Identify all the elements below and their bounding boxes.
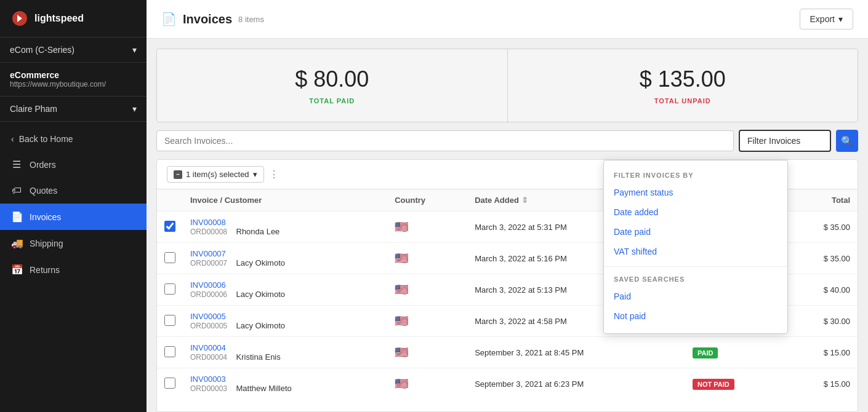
platform-label: eCom (C-Series): [10, 45, 74, 55]
filter-section-title: FILTER INVOICES BY: [604, 168, 787, 183]
date-added-cell: September 3, 2021 at 6:23 PM: [467, 368, 685, 400]
page-header: 📄 Invoices 8 items Export ▾: [147, 0, 868, 39]
dropdown-divider: [604, 266, 787, 267]
user-dropdown[interactable]: Claire Pham ▾: [0, 97, 147, 122]
order-ref: ORD00005: [190, 322, 227, 330]
export-button[interactable]: Export ▾: [800, 9, 853, 30]
country-cell: 🇺🇸: [387, 274, 467, 306]
status-cell: NOT PAID: [685, 368, 784, 400]
order-ref: ORD00007: [190, 259, 227, 267]
invoice-link[interactable]: INV00003: [190, 374, 226, 384]
order-ref: ORD00008: [190, 228, 227, 236]
filter-item-vat-shifted[interactable]: VAT shifted: [604, 242, 787, 261]
total-paid-label: TOTAL PAID: [169, 97, 495, 105]
total-unpaid-card: $ 135.00 TOTAL UNPAID: [508, 49, 858, 122]
customer-name: Lacy Okimoto: [236, 290, 285, 299]
sidebar-item-returns[interactable]: 📅 Returns: [0, 256, 147, 283]
invoice-link[interactable]: INV00008: [190, 218, 226, 227]
filter-invoices-select[interactable]: Filter Invoices: [739, 130, 831, 152]
invoices-header-icon: 📄: [161, 12, 177, 26]
search-input[interactable]: [156, 130, 734, 151]
status-cell: PAID: [685, 337, 784, 368]
filter-dropdown: FILTER INVOICES BY Payment status Date a…: [603, 160, 788, 334]
row-checkbox[interactable]: [164, 283, 175, 295]
country-cell: 🇺🇸: [387, 368, 467, 400]
row-checkbox[interactable]: [164, 378, 175, 389]
sidebar-item-label: Shipping: [30, 239, 63, 248]
logo-text: lightspeed: [34, 13, 84, 24]
country-flag: 🇺🇸: [395, 346, 408, 359]
row-checkbox[interactable]: [164, 221, 175, 232]
store-info: eCommerce https://www.myboutique.com/: [0, 63, 147, 97]
filter-item-payment-status[interactable]: Payment status: [604, 183, 787, 202]
platform-dropdown[interactable]: eCom (C-Series) ▾: [0, 38, 147, 63]
bulk-action-icon: ⋮: [269, 168, 279, 180]
total-cell: $ 35.00: [784, 212, 858, 243]
shipping-icon: 🚚: [11, 237, 22, 249]
total-cell: $ 30.00: [784, 306, 858, 337]
sidebar-item-quotes[interactable]: 🏷 Quotes: [0, 178, 147, 204]
invoice-link[interactable]: INV00005: [190, 312, 226, 321]
total-paid-amount: $ 80.00: [169, 66, 495, 92]
row-checkbox[interactable]: [164, 252, 175, 263]
orders-icon: ☰: [11, 159, 22, 170]
export-chevron-icon: ▾: [838, 14, 843, 24]
country-flag: 🇺🇸: [395, 315, 408, 327]
sidebar-item-label: Returns: [30, 265, 60, 275]
user-chevron-icon: ▾: [132, 104, 137, 114]
table-row: INV00004 ORD00004 Kristina Enis 🇺🇸Septem…: [157, 337, 858, 368]
total-unpaid-label: TOTAL UNPAID: [520, 97, 846, 105]
saved-search-not-paid[interactable]: Not paid: [604, 306, 787, 326]
filter-select-wrapper: Filter Invoices: [739, 130, 831, 152]
sidebar-nav: ‹ Back to Home ☰ Orders 🏷 Quotes 📄 Invoi…: [0, 122, 147, 412]
invoice-link[interactable]: INV00006: [190, 280, 226, 290]
total-cell: $ 35.00: [784, 243, 858, 274]
customer-name: Matthew Milleto: [236, 384, 292, 393]
order-ref: ORD00004: [190, 353, 227, 362]
invoice-cell: INV00004 ORD00004 Kristina Enis: [183, 337, 387, 368]
lightspeed-logo-icon: [11, 10, 28, 27]
store-url: https://www.myboutique.com/: [10, 80, 137, 89]
sidebar-item-back-home[interactable]: ‹ Back to Home: [0, 127, 147, 151]
col-invoice: Invoice / Customer: [183, 189, 387, 212]
total-unpaid-amount: $ 135.00: [520, 66, 846, 92]
customer-name: Rhonda Lee: [236, 227, 280, 236]
search-button[interactable]: 🔍: [836, 130, 858, 152]
invoice-cell: INV00003 ORD00003 Matthew Milleto: [183, 368, 387, 400]
customer-name: Lacy Okimoto: [236, 321, 285, 330]
saved-search-paid[interactable]: Paid: [604, 287, 787, 306]
main-content: 📄 Invoices 8 items Export ▾ $ 80.00 TOTA…: [147, 0, 868, 412]
invoice-link[interactable]: INV00007: [190, 249, 226, 258]
country-cell: 🇺🇸: [387, 243, 467, 274]
store-name: eCommerce: [10, 70, 137, 80]
item-count-badge: 8 items: [238, 15, 264, 24]
selected-items-badge[interactable]: – 1 item(s) selected ▾: [167, 166, 264, 183]
sidebar-item-shipping[interactable]: 🚚 Shipping: [0, 230, 147, 256]
invoice-link[interactable]: INV00004: [190, 343, 226, 352]
country-cell: 🇺🇸: [387, 212, 467, 243]
total-cell: $ 15.00: [784, 368, 858, 400]
sidebar-item-orders[interactable]: ☰ Orders: [0, 151, 147, 178]
customer-name: Kristina Enis: [236, 352, 281, 362]
status-badge: NOT PAID: [693, 379, 734, 390]
sidebar-item-label: Quotes: [30, 186, 57, 196]
sort-icon: ⇕: [521, 196, 528, 205]
invoice-cell: INV00007 ORD00007 Lacy Okimoto: [183, 243, 387, 274]
order-ref: ORD00003: [190, 384, 227, 393]
country-flag: 🇺🇸: [395, 378, 408, 390]
back-arrow-icon: ‹: [11, 134, 14, 144]
table-row: INV00003 ORD00003 Matthew Milleto 🇺🇸Sept…: [157, 368, 858, 400]
order-ref: ORD00006: [190, 290, 227, 299]
platform-chevron-icon: ▾: [132, 45, 137, 55]
invoice-cell: INV00005 ORD00005 Lacy Okimoto: [183, 306, 387, 337]
quotes-icon: 🏷: [11, 185, 22, 196]
filter-bar: Filter Invoices 🔍: [156, 130, 858, 152]
country-flag: 🇺🇸: [395, 221, 408, 233]
row-checkbox[interactable]: [164, 315, 175, 326]
row-checkbox[interactable]: [164, 346, 175, 357]
filter-item-date-paid[interactable]: Date paid: [604, 222, 787, 242]
filter-item-date-added[interactable]: Date added: [604, 202, 787, 222]
sidebar-item-invoices[interactable]: 📄 Invoices: [0, 204, 147, 230]
invoice-cell: INV00008 ORD00008 Rhonda Lee: [183, 212, 387, 243]
selected-badge-chevron-icon: ▾: [253, 170, 257, 179]
